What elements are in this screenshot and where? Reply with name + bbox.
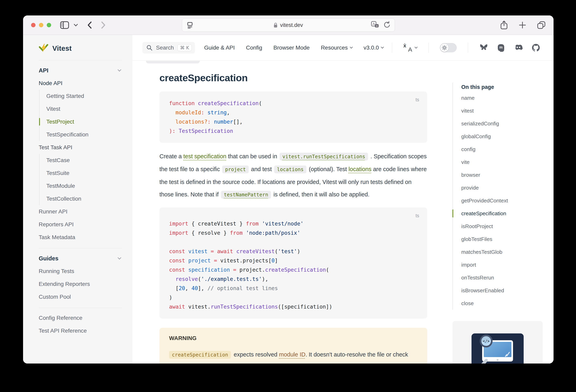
nav-link-config[interactable]: Config [246, 45, 262, 51]
text: and test [250, 166, 273, 172]
desktop: { "chrome": { "url": "vitest.dev", "icon… [0, 0, 576, 392]
sidebar-item-task-metadata[interactable]: Task Metadata [39, 231, 122, 244]
sidebar-item-node-api[interactable]: Node API [39, 77, 122, 90]
new-tab-icon[interactable] [519, 21, 526, 29]
code-block-signature[interactable]: ts function createSpecification( moduleI… [159, 91, 427, 143]
sidebar-item-getting-started[interactable]: Getting Started [46, 90, 122, 102]
url-text-wrap: vitest.dev [182, 22, 395, 28]
site-navbar: Search ⌘ K Guide & APIConfigBrowser Mode… [132, 35, 553, 60]
language-button[interactable]: ẋA [403, 43, 417, 52]
sidebar-item-test-task-api[interactable]: Test Task API [39, 141, 122, 154]
chevron-down-icon [117, 68, 121, 71]
nav-link-browser-mode[interactable]: Browser Mode [273, 45, 310, 51]
sidebar-item-custom-pool[interactable]: Custom Pool [39, 291, 122, 303]
search-icon [146, 45, 152, 51]
close-button[interactable] [31, 23, 35, 27]
toc-item-close[interactable]: close [461, 297, 543, 310]
code-line: locations?: number[], [169, 117, 418, 126]
sidebar-section-guides[interactable]: Guides [39, 252, 122, 265]
sidebar-item-testspecification[interactable]: TestSpecification [46, 128, 122, 141]
sidebar-item-running-tests[interactable]: Running Tests [39, 265, 122, 278]
chevron-down-icon [117, 256, 121, 259]
url-text: vitest.dev [280, 22, 303, 28]
discord-icon[interactable] [514, 44, 523, 51]
search-label: Search [156, 45, 174, 51]
back-icon[interactable] [87, 21, 92, 29]
nav-link-guide-api[interactable]: Guide & API [204, 45, 235, 51]
search-button[interactable]: Search ⌘ K [143, 42, 195, 54]
ad-image: </> [471, 333, 524, 363]
browser-toolbar: vitest.dev Aa [23, 15, 553, 35]
sidebar-item-testcollection[interactable]: TestCollection [46, 192, 122, 205]
toc-item-isrootproject[interactable]: isRootProject [461, 220, 543, 233]
toc-item-import[interactable]: import [461, 258, 543, 271]
brand[interactable]: Vitest [39, 41, 122, 56]
inline-code-link[interactable]: testNamePattern [221, 191, 271, 199]
lock-icon [274, 22, 278, 28]
code-lines: import { createVitest } from 'vitest/nod… [169, 219, 418, 311]
toc-item-config[interactable]: config [461, 143, 543, 156]
inline-code-link[interactable]: vitest.runTestSpecifications [280, 153, 368, 160]
main: Search ⌘ K Guide & APIConfigBrowser Mode… [132, 35, 553, 363]
sidebar-item-reporters-api[interactable]: Reporters API [39, 218, 122, 231]
sidebar-item-runner-api[interactable]: Runner API [39, 205, 122, 218]
code-line: const project = vitest.projects[0] [169, 256, 418, 265]
code-block-example[interactable]: ts import { createVitest } from 'vitest/… [159, 208, 427, 319]
sidebar-item-vitest[interactable]: Vitest [46, 102, 122, 115]
sidebar-item-testmodule[interactable]: TestModule [46, 180, 122, 192]
toc-item-globtestfiles[interactable]: globTestFiles [461, 233, 543, 245]
search-shortcut: ⌘ K [177, 44, 192, 51]
nav-link-resources[interactable]: Resources [321, 45, 352, 51]
toc-item-createspecification[interactable]: createSpecification [461, 207, 543, 220]
nav-link-v3-0-0[interactable]: v3.0.0 [364, 45, 383, 51]
inline-code: project [222, 166, 249, 173]
toc-item-vite[interactable]: vite [461, 156, 543, 169]
zoom-button[interactable] [47, 23, 51, 27]
section-title: Guides [39, 255, 58, 262]
code-line: function createSpecification( [169, 99, 418, 108]
description-paragraph: Create a test specification that can be … [159, 150, 427, 201]
sun-icon [440, 44, 448, 52]
toc-item-name[interactable]: name [461, 91, 543, 104]
toc-item-isbrowserenabled[interactable]: isBrowserEnabled [461, 284, 543, 297]
sidebar-item-test-api-reference[interactable]: Test API Reference [39, 324, 122, 337]
code-line: await vitest.runTestSpecifications([spec… [169, 302, 418, 311]
text: . It doesn't auto-resolve the file or ch… [305, 351, 408, 358]
share-icon[interactable] [500, 21, 508, 30]
toc-item-browser[interactable]: browser [461, 169, 543, 181]
mastodon-icon[interactable]: m [497, 44, 505, 52]
ad-card[interactable]: </> [453, 321, 543, 363]
address-bar[interactable]: vitest.dev Aa [182, 18, 395, 32]
toc-item-vitest[interactable]: vitest [461, 104, 543, 117]
toc-item-getprovidedcontext[interactable]: getProvidedContext [461, 194, 543, 207]
code-line: const specification = project.createSpec… [169, 265, 418, 274]
warning-body: createSpecification expects resolved mod… [169, 348, 418, 361]
forward-icon[interactable] [101, 21, 106, 29]
sidebar-item-testcase[interactable]: TestCase [46, 154, 122, 167]
toc-item-ontestsrerun[interactable]: onTestsRerun [461, 271, 543, 284]
sidebar-chevron-icon[interactable] [74, 24, 78, 27]
brand-name: Vitest [52, 44, 72, 52]
nav-divider [468, 43, 468, 53]
chevron-down-icon [415, 46, 418, 49]
sidebar-item-testproject[interactable]: TestProject [46, 115, 122, 128]
window-actions [500, 21, 546, 30]
sidebar-item-extending-reporters[interactable]: Extending Reporters [39, 278, 122, 291]
toc-item-matchestestglob[interactable]: matchesTestGlob [461, 245, 543, 258]
link[interactable]: locations [348, 166, 372, 172]
text: expects resolved [232, 351, 279, 358]
link[interactable]: module ID [279, 351, 305, 358]
toc-item-provide[interactable]: provide [461, 181, 543, 194]
theme-toggle[interactable] [440, 43, 457, 52]
tab-overview-icon[interactable] [537, 21, 546, 29]
bluesky-icon[interactable] [479, 44, 488, 52]
sidebar-item-config-reference[interactable]: Config Reference [39, 312, 122, 324]
github-icon[interactable] [532, 44, 540, 52]
minimize-button[interactable] [39, 23, 43, 27]
toc-item-globalconfig[interactable]: globalConfig [461, 130, 543, 143]
link[interactable]: test specification [183, 153, 226, 159]
toc-item-serializedconfig[interactable]: serializedConfig [461, 117, 543, 130]
sidebar-item-testsuite[interactable]: TestSuite [46, 167, 122, 180]
sidebar-section-api[interactable]: API [39, 64, 122, 77]
sidebar-toggle-icon[interactable] [60, 21, 69, 29]
